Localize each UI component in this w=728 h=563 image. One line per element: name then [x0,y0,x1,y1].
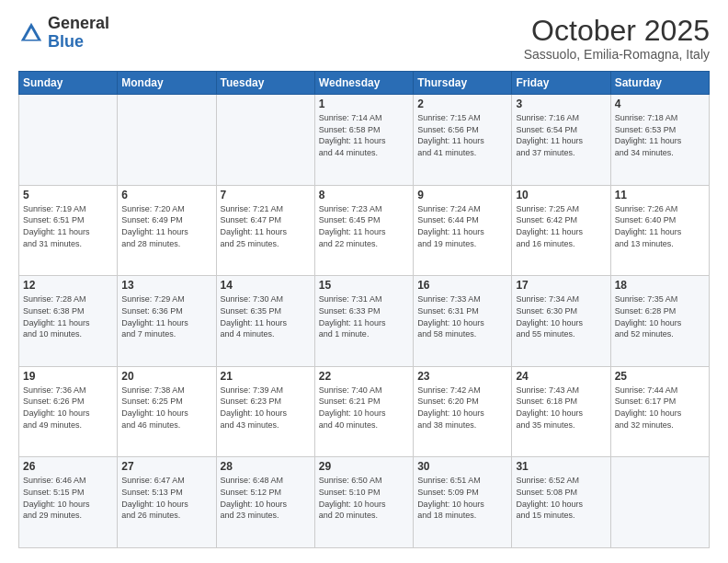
day-info: Sunrise: 6:52 AMSunset: 5:08 PMDaylight:… [516,475,606,521]
table-row: 12Sunrise: 7:28 AMSunset: 6:38 PMDayligh… [19,276,118,367]
day-info: Sunrise: 7:33 AMSunset: 6:31 PMDaylight:… [417,293,507,339]
col-tuesday: Tuesday [216,72,314,95]
table-row: 10Sunrise: 7:25 AMSunset: 6:42 PMDayligh… [512,185,610,276]
logo: General Blue [18,15,109,52]
day-info: Sunrise: 7:18 AMSunset: 6:53 PMDaylight:… [615,112,705,158]
day-number: 12 [23,279,113,292]
day-info: Sunrise: 7:42 AMSunset: 6:20 PMDaylight:… [417,385,507,431]
day-info: Sunrise: 7:24 AMSunset: 6:44 PMDaylight:… [417,203,507,249]
table-row: 19Sunrise: 7:36 AMSunset: 6:26 PMDayligh… [19,366,118,457]
col-friday: Friday [512,72,610,95]
col-wednesday: Wednesday [314,72,413,95]
day-number: 13 [121,279,211,292]
table-row: 25Sunrise: 7:44 AMSunset: 6:17 PMDayligh… [610,366,709,457]
day-info: Sunrise: 7:34 AMSunset: 6:30 PMDaylight:… [516,293,606,339]
logo-text: General Blue [48,15,109,52]
day-info: Sunrise: 7:16 AMSunset: 6:54 PMDaylight:… [516,112,606,158]
day-number: 29 [319,460,409,473]
day-info: Sunrise: 7:15 AMSunset: 6:56 PMDaylight:… [417,112,507,158]
table-row: 20Sunrise: 7:38 AMSunset: 6:25 PMDayligh… [118,366,216,457]
table-row: 14Sunrise: 7:30 AMSunset: 6:35 PMDayligh… [216,276,314,367]
logo-general: General [48,14,109,32]
calendar-week-row: 1Sunrise: 7:14 AMSunset: 6:58 PMDaylight… [19,95,710,186]
title-block: October 2025 Sassuolo, Emilia-Romagna, I… [524,15,710,62]
table-row: 13Sunrise: 7:29 AMSunset: 6:36 PMDayligh… [118,276,216,367]
table-row: 8Sunrise: 7:23 AMSunset: 6:45 PMDaylight… [314,185,413,276]
day-number: 3 [516,98,606,110]
day-number: 8 [319,189,409,201]
table-row: 30Sunrise: 6:51 AMSunset: 5:09 PMDayligh… [414,457,512,548]
col-saturday: Saturday [610,72,709,95]
day-number: 19 [23,370,113,383]
day-number: 24 [516,370,606,383]
day-number: 11 [615,189,705,201]
day-number: 31 [516,460,606,473]
table-row: 15Sunrise: 7:31 AMSunset: 6:33 PMDayligh… [314,276,413,367]
table-row: 4Sunrise: 7:18 AMSunset: 6:53 PMDaylight… [610,95,709,186]
day-info: Sunrise: 7:21 AMSunset: 6:47 PMDaylight:… [221,203,311,249]
table-row: 11Sunrise: 7:26 AMSunset: 6:40 PMDayligh… [610,185,709,276]
day-number: 21 [221,370,311,383]
day-number: 20 [121,370,211,383]
table-row: 2Sunrise: 7:15 AMSunset: 6:56 PMDaylight… [414,95,512,186]
table-row: 23Sunrise: 7:42 AMSunset: 6:20 PMDayligh… [414,366,512,457]
day-number: 16 [417,279,507,292]
calendar-week-row: 5Sunrise: 7:19 AMSunset: 6:51 PMDaylight… [19,185,710,276]
day-info: Sunrise: 7:38 AMSunset: 6:25 PMDaylight:… [121,385,211,431]
day-number: 17 [516,279,606,292]
col-thursday: Thursday [414,72,512,95]
day-info: Sunrise: 7:30 AMSunset: 6:35 PMDaylight:… [221,293,311,339]
day-info: Sunrise: 6:48 AMSunset: 5:12 PMDaylight:… [221,475,311,521]
day-number: 10 [516,189,606,201]
day-number: 18 [615,279,705,292]
day-number: 27 [121,460,211,473]
table-row: 21Sunrise: 7:39 AMSunset: 6:23 PMDayligh… [216,366,314,457]
table-row: 27Sunrise: 6:47 AMSunset: 5:13 PMDayligh… [118,457,216,548]
table-row: 1Sunrise: 7:14 AMSunset: 6:58 PMDaylight… [314,95,413,186]
day-info: Sunrise: 7:14 AMSunset: 6:58 PMDaylight:… [319,112,409,158]
day-info: Sunrise: 7:44 AMSunset: 6:17 PMDaylight:… [615,385,705,431]
day-info: Sunrise: 7:26 AMSunset: 6:40 PMDaylight:… [615,203,705,249]
day-number: 2 [417,98,507,110]
day-number: 9 [417,189,507,201]
day-info: Sunrise: 7:31 AMSunset: 6:33 PMDaylight:… [319,293,409,339]
calendar-header-row: Sunday Monday Tuesday Wednesday Thursday… [19,72,710,95]
day-info: Sunrise: 7:35 AMSunset: 6:28 PMDaylight:… [615,293,705,339]
calendar-week-row: 19Sunrise: 7:36 AMSunset: 6:26 PMDayligh… [19,366,710,457]
day-number: 25 [615,370,705,383]
table-row [216,95,314,186]
table-row: 31Sunrise: 6:52 AMSunset: 5:08 PMDayligh… [512,457,610,548]
table-row: 29Sunrise: 6:50 AMSunset: 5:10 PMDayligh… [314,457,413,548]
table-row: 17Sunrise: 7:34 AMSunset: 6:30 PMDayligh… [512,276,610,367]
table-row: 7Sunrise: 7:21 AMSunset: 6:47 PMDaylight… [216,185,314,276]
table-row [610,457,709,548]
table-row: 3Sunrise: 7:16 AMSunset: 6:54 PMDaylight… [512,95,610,186]
calendar: Sunday Monday Tuesday Wednesday Thursday… [18,71,710,548]
col-sunday: Sunday [19,72,118,95]
day-info: Sunrise: 7:40 AMSunset: 6:21 PMDaylight:… [319,385,409,431]
table-row: 24Sunrise: 7:43 AMSunset: 6:18 PMDayligh… [512,366,610,457]
day-info: Sunrise: 7:29 AMSunset: 6:36 PMDaylight:… [121,293,211,339]
day-info: Sunrise: 6:51 AMSunset: 5:09 PMDaylight:… [417,475,507,521]
day-number: 4 [615,98,705,110]
table-row: 28Sunrise: 6:48 AMSunset: 5:12 PMDayligh… [216,457,314,548]
table-row: 22Sunrise: 7:40 AMSunset: 6:21 PMDayligh… [314,366,413,457]
day-info: Sunrise: 7:20 AMSunset: 6:49 PMDaylight:… [121,203,211,249]
day-number: 1 [319,98,409,110]
day-number: 22 [319,370,409,383]
day-info: Sunrise: 7:19 AMSunset: 6:51 PMDaylight:… [23,203,113,249]
day-info: Sunrise: 7:28 AMSunset: 6:38 PMDaylight:… [23,293,113,339]
table-row: 6Sunrise: 7:20 AMSunset: 6:49 PMDaylight… [118,185,216,276]
day-number: 23 [417,370,507,383]
logo-blue: Blue [48,32,84,51]
day-info: Sunrise: 7:43 AMSunset: 6:18 PMDaylight:… [516,385,606,431]
table-row: 26Sunrise: 6:46 AMSunset: 5:15 PMDayligh… [19,457,118,548]
header: General Blue October 2025 Sassuolo, Emil… [18,15,710,62]
col-monday: Monday [118,72,216,95]
subtitle: Sassuolo, Emilia-Romagna, Italy [524,47,710,62]
day-number: 5 [23,189,113,201]
day-info: Sunrise: 6:47 AMSunset: 5:13 PMDaylight:… [121,475,211,521]
day-info: Sunrise: 7:25 AMSunset: 6:42 PMDaylight:… [516,203,606,249]
table-row: 9Sunrise: 7:24 AMSunset: 6:44 PMDaylight… [414,185,512,276]
table-row: 5Sunrise: 7:19 AMSunset: 6:51 PMDaylight… [19,185,118,276]
